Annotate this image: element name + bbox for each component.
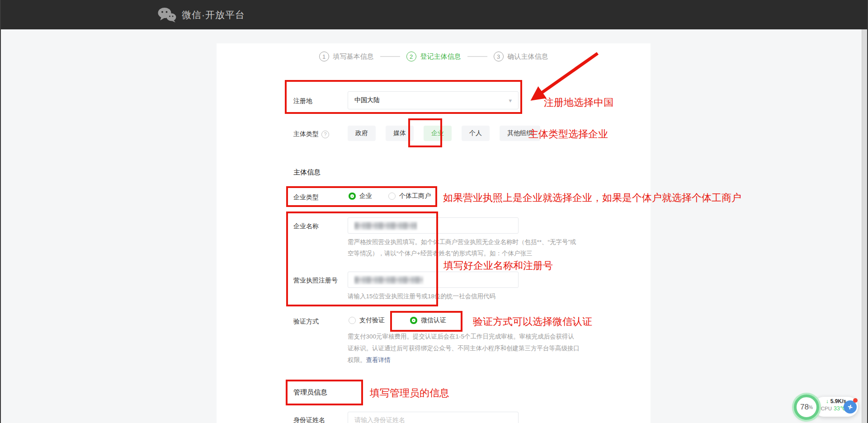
annotation-text-verification: 验证方式可以选择微信认证	[473, 315, 592, 329]
verification-radio-wechat[interactable]: 微信认证	[410, 316, 446, 324]
page: 微信·开放平台 1 填写基本信息 2 登记主体信息 3 确认主体信息 注册地 中…	[0, 0, 868, 423]
step-2-active: 2 登记主体信息	[406, 52, 461, 61]
verification-option-label: 微信认证	[421, 316, 446, 324]
chevron-down-icon: ▾	[509, 97, 512, 104]
step-indicator: 1 填写基本信息 2 登记主体信息 3 确认主体信息	[217, 52, 651, 61]
verification-method-label: 验证方式	[293, 318, 319, 326]
subject-info-section-title: 主体信息	[293, 168, 321, 177]
wechat-logo-icon	[157, 7, 176, 23]
license-number-helper: 请输入15位营业执照注册号或18位的统一社会信用代码	[348, 291, 619, 302]
id-name-input[interactable]	[348, 412, 519, 423]
brand-title: 微信·开放平台	[182, 9, 245, 21]
notification-dot	[853, 398, 858, 403]
radio-unselected-icon	[349, 317, 356, 324]
subject-type-individual-button[interactable]: 个人	[462, 126, 490, 141]
annotation-text-name-and-license: 填写好企业名称和注册号	[443, 259, 553, 273]
step-dash-1	[380, 56, 400, 57]
verification-radio-group: 支付验证 微信认证	[349, 316, 446, 324]
cpu-label: CPU	[821, 406, 832, 411]
annotation-text-register-location: 注册地选择中国	[544, 96, 613, 109]
memory-percent-value: 78	[800, 403, 809, 412]
register-location-label: 注册地	[293, 97, 312, 105]
subject-type-government-button[interactable]: 政府	[348, 126, 376, 141]
license-number-input[interactable]	[348, 272, 519, 288]
enterprise-name-input[interactable]	[348, 217, 519, 234]
step-1-number: 1	[319, 52, 329, 61]
view-details-link[interactable]: 查看详情	[366, 357, 391, 363]
plus-icon: +	[847, 402, 854, 412]
enterprise-type-option-label: 企业	[359, 192, 372, 200]
annotation-text-enterprise-type: 如果营业执照上是企业就选择企业，如果是个体户就选择个体工商户	[443, 191, 741, 205]
verification-helper: 需支付300元审核费用。提交认证后会在1-5个工作日完成审核。审核完成后会获得认…	[348, 331, 619, 366]
radio-selected-icon	[410, 317, 417, 324]
download-arrow-icon: ↓	[826, 398, 829, 404]
subject-type-label-wrap: 主体类型 ?	[293, 130, 329, 138]
blurred-redacted-value	[354, 276, 423, 284]
vertical-scrollbar[interactable]	[862, 29, 867, 423]
step-dash-2	[467, 56, 487, 57]
subject-type-buttons: 政府 媒体 企业 个人 其他组织	[348, 126, 540, 141]
admin-info-section-title: 管理员信息	[293, 388, 327, 397]
step-1: 1 填写基本信息	[319, 52, 374, 61]
subject-type-label: 主体类型	[293, 130, 319, 138]
window-left-border	[0, 0, 1, 423]
id-name-label: 身份证姓名	[293, 416, 325, 423]
step-3-number: 3	[494, 52, 504, 61]
step-3-label: 确认主体信息	[508, 52, 548, 61]
enterprise-type-label: 企业类型	[293, 193, 319, 202]
annotation-text-subject-type: 主体类型选择企业	[528, 127, 608, 141]
annotation-text-admin-info: 填写管理员的信息	[370, 386, 449, 400]
verification-option-label: 支付验证	[359, 316, 385, 324]
step-2-number: 2	[406, 52, 416, 61]
memory-percent-unit: %	[809, 405, 813, 410]
step-2-label: 登记主体信息	[420, 52, 461, 61]
enterprise-name-label: 企业名称	[293, 222, 319, 230]
enterprise-type-radio-individual-business[interactable]: 个体工商户	[388, 192, 431, 200]
radio-unselected-icon	[388, 193, 396, 200]
register-location-select[interactable]: 中国大陆 ▾	[348, 91, 519, 109]
question-mark-icon[interactable]: ?	[321, 131, 329, 138]
register-location-value: 中国大陆	[354, 96, 380, 104]
step-1-label: 填写基本信息	[333, 52, 374, 61]
top-header-bar: 微信·开放平台	[0, 0, 868, 29]
step-3: 3 确认主体信息	[494, 52, 548, 61]
enterprise-type-radio-group: 企业 个体工商户	[349, 192, 431, 200]
blurred-redacted-value	[354, 222, 417, 230]
monitor-stats: ↓ 5.9K/s CPU 33℃	[820, 398, 846, 412]
subject-type-enterprise-button[interactable]: 企业	[424, 126, 452, 141]
radio-selected-icon	[349, 193, 356, 200]
enterprise-type-option-label: 个体工商户	[399, 192, 431, 200]
enterprise-type-radio-enterprise[interactable]: 企业	[349, 192, 372, 200]
subject-type-media-button[interactable]: 媒体	[386, 126, 414, 141]
memory-percent-ball[interactable]: 78%	[794, 395, 819, 420]
verification-radio-payment[interactable]: 支付验证	[349, 316, 385, 324]
enterprise-name-helper: 需严格按照营业执照填写。如个体工商户营业执照无企业名称时（包括**、“无字号”或…	[348, 236, 619, 259]
license-number-label: 营业执照注册号	[293, 277, 338, 285]
